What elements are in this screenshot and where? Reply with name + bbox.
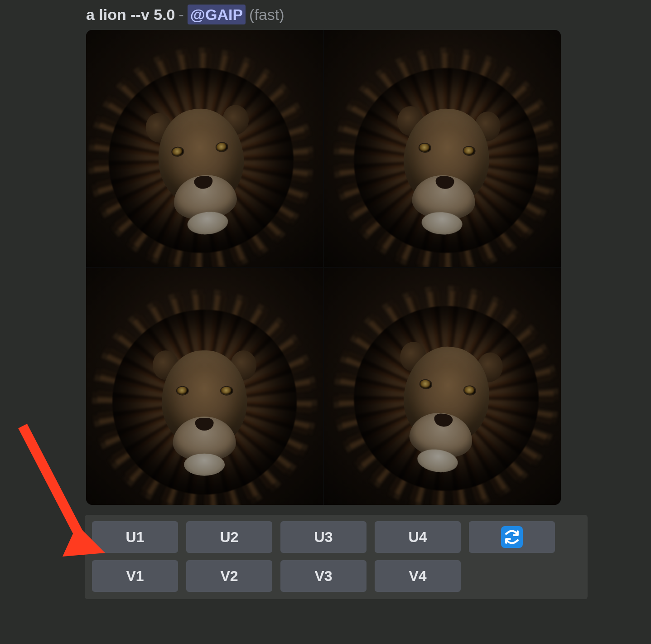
- upscale-4-button[interactable]: U4: [375, 521, 461, 553]
- render-mode: (fast): [246, 5, 284, 24]
- generated-image-grid[interactable]: [86, 30, 561, 505]
- variation-2-button[interactable]: V2: [186, 560, 272, 592]
- upscale-1-button[interactable]: U1: [92, 521, 178, 553]
- user-mention[interactable]: @GAIP: [188, 5, 246, 24]
- variation-1-button[interactable]: V1: [92, 560, 178, 592]
- reroll-button[interactable]: [469, 521, 555, 553]
- variation-row: V1 V2 V3 V4: [92, 560, 580, 592]
- image-tile-4[interactable]: [324, 268, 561, 505]
- image-tile-2[interactable]: [324, 30, 561, 267]
- prompt-separator: -: [175, 5, 188, 24]
- upscale-2-button[interactable]: U2: [186, 521, 272, 553]
- image-tile-1[interactable]: [86, 30, 323, 267]
- upscale-row: U1 U2 U3 U4: [92, 521, 580, 553]
- action-button-panel: U1 U2 U3 U4 V1 V2 V3 V4: [85, 515, 588, 599]
- prompt-line: a lion --v 5.0 - @GAIP (fast): [86, 5, 575, 24]
- image-tile-3[interactable]: [86, 268, 323, 505]
- variation-3-button[interactable]: V3: [280, 560, 366, 592]
- svg-line-1: [23, 426, 82, 539]
- upscale-3-button[interactable]: U3: [280, 521, 366, 553]
- prompt-text: a lion --v 5.0: [86, 5, 175, 24]
- midjourney-message: a lion --v 5.0 - @GAIP (fast) U1 U2 U3 U…: [86, 5, 575, 599]
- variation-4-button[interactable]: V4: [375, 560, 461, 592]
- refresh-icon: [501, 526, 523, 548]
